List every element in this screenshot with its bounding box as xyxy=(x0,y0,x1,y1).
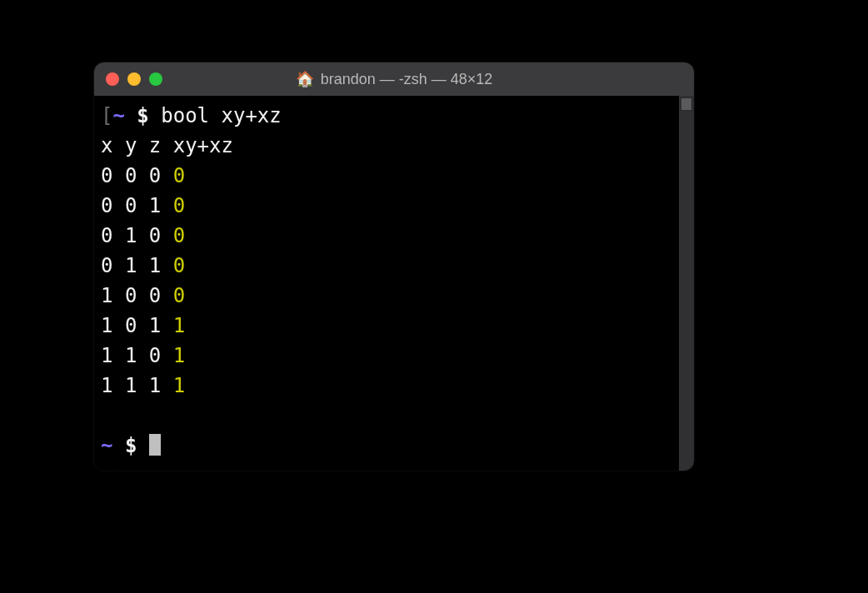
table-row: 1 0 0 0 xyxy=(101,281,676,311)
row-inputs: 0 1 0 xyxy=(101,224,173,247)
close-icon[interactable] xyxy=(106,72,119,86)
prompt-tilde: ~ xyxy=(112,104,124,127)
prompt-dollar: $ xyxy=(125,434,137,457)
prompt-dollar: $ xyxy=(137,104,148,127)
traffic-lights xyxy=(94,72,162,86)
terminal-output[interactable]: [~ $ bool xy+xz]x y z xy+xz0 0 0 00 0 1 … xyxy=(94,96,679,471)
blank-line xyxy=(101,401,676,431)
window-title-text: brandon — -zsh — 48×12 xyxy=(321,71,493,88)
row-inputs: 1 1 0 xyxy=(101,344,173,367)
open-bracket: [ xyxy=(101,104,112,127)
row-inputs: 1 1 1 xyxy=(101,374,173,397)
row-inputs: 0 0 1 xyxy=(101,194,173,217)
scrollbar[interactable] xyxy=(679,96,694,471)
scrollbar-thumb[interactable] xyxy=(681,97,692,111)
window-body: [~ $ bool xy+xz]x y z xy+xz0 0 0 00 0 1 … xyxy=(94,96,694,471)
row-result: 0 xyxy=(173,164,185,187)
row-result: 1 xyxy=(173,374,185,397)
table-row: 1 1 0 1 xyxy=(101,341,676,371)
table-header: x y z xy+xz xyxy=(101,131,676,161)
row-inputs: 0 1 1 xyxy=(101,254,173,277)
table-row: 0 0 0 0 xyxy=(101,161,676,191)
command-text: bool xy+xz xyxy=(161,104,282,127)
table-row: 0 0 1 0 xyxy=(101,191,676,221)
row-result: 0 xyxy=(173,284,185,307)
row-inputs: 1 0 0 xyxy=(101,284,173,307)
home-icon: 🏠 xyxy=(296,72,314,87)
row-result: 1 xyxy=(173,344,185,367)
prompt-tilde: ~ xyxy=(101,434,112,457)
row-inputs: 0 0 0 xyxy=(101,164,173,187)
minimize-icon[interactable] xyxy=(127,72,141,86)
table-row: 0 1 1 0 xyxy=(101,251,676,281)
prompt-line: [~ $ bool xy+xz] xyxy=(101,101,676,131)
prompt-line-2: ~ $ xyxy=(101,431,676,461)
terminal-window: 🏠 brandon — -zsh — 48×12 [~ $ bool xy+xz… xyxy=(94,62,694,471)
zoom-icon[interactable] xyxy=(149,72,162,86)
row-result: 0 xyxy=(173,224,185,247)
titlebar[interactable]: 🏠 brandon — -zsh — 48×12 xyxy=(94,62,694,96)
window-title: 🏠 brandon — -zsh — 48×12 xyxy=(94,71,694,88)
table-row: 0 1 0 0 xyxy=(101,221,676,251)
row-result: 1 xyxy=(173,314,185,337)
row-result: 0 xyxy=(173,194,185,217)
cursor xyxy=(149,434,161,456)
table-row: 1 1 1 1 xyxy=(101,371,676,401)
table-row: 1 0 1 1 xyxy=(101,311,676,341)
row-result: 0 xyxy=(173,254,185,277)
row-inputs: 1 0 1 xyxy=(101,314,173,337)
